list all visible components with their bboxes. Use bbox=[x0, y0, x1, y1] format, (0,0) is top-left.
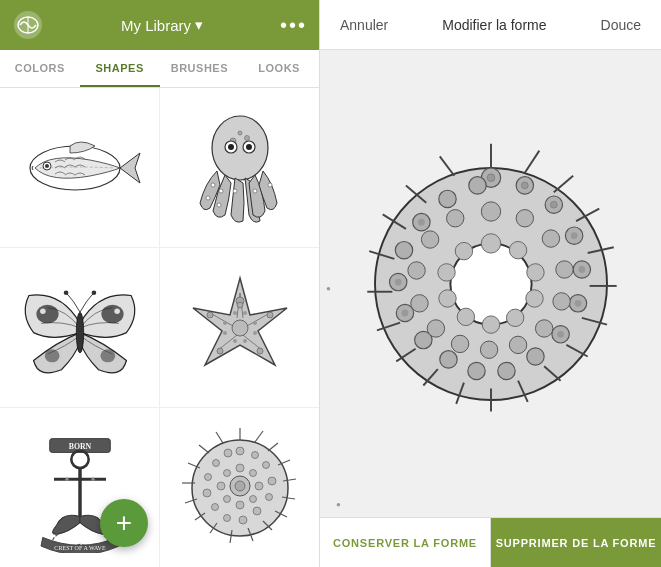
svg-point-51 bbox=[91, 477, 94, 480]
shapes-grid: BORN CREST OF A WAVE bbox=[0, 88, 319, 567]
svg-point-86 bbox=[249, 495, 256, 502]
svg-point-39 bbox=[253, 331, 257, 335]
svg-point-135 bbox=[542, 229, 559, 246]
handle-left[interactable]: ● bbox=[326, 284, 331, 293]
svg-point-26 bbox=[76, 312, 83, 353]
tab-colors[interactable]: COLORS bbox=[0, 50, 80, 87]
svg-point-43 bbox=[223, 321, 227, 325]
svg-point-32 bbox=[267, 312, 273, 318]
svg-point-41 bbox=[233, 339, 237, 343]
svg-point-165 bbox=[394, 278, 401, 285]
keep-shape-label: CONSERVER LA FORME bbox=[333, 537, 477, 549]
svg-point-145 bbox=[421, 230, 438, 247]
right-panel-title: Modifier la forme bbox=[442, 17, 546, 33]
svg-point-80 bbox=[204, 473, 211, 480]
svg-point-92 bbox=[235, 481, 245, 491]
svg-point-24 bbox=[40, 308, 46, 314]
keep-shape-button[interactable]: CONSERVER LA FORME bbox=[320, 518, 491, 567]
svg-text:CREST OF A WAVE: CREST OF A WAVE bbox=[54, 544, 106, 550]
tab-looks[interactable]: LOOKS bbox=[239, 50, 319, 87]
svg-line-55 bbox=[268, 443, 278, 451]
svg-point-122 bbox=[526, 347, 543, 364]
right-panel: Annuler Modifier la forme Douce ● ● bbox=[320, 0, 661, 567]
svg-point-8 bbox=[238, 131, 242, 135]
shape-fish[interactable] bbox=[0, 88, 160, 248]
svg-point-33 bbox=[257, 348, 263, 354]
svg-point-89 bbox=[217, 482, 225, 490]
add-shape-button[interactable]: + bbox=[100, 499, 148, 547]
right-top-bar: Annuler Modifier la forme Douce bbox=[320, 0, 661, 50]
svg-point-150 bbox=[525, 289, 542, 306]
svg-point-50 bbox=[65, 477, 68, 480]
svg-point-12 bbox=[246, 144, 252, 150]
shape-butterfly[interactable] bbox=[0, 248, 160, 408]
add-icon: + bbox=[116, 507, 132, 539]
svg-point-156 bbox=[455, 242, 472, 259]
svg-point-74 bbox=[265, 493, 272, 500]
handle-bottom[interactable]: ● bbox=[336, 500, 341, 509]
svg-point-153 bbox=[457, 308, 474, 325]
svg-point-142 bbox=[427, 319, 444, 336]
svg-point-73 bbox=[268, 477, 276, 485]
svg-line-68 bbox=[199, 445, 209, 453]
svg-line-97 bbox=[553, 175, 572, 191]
svg-line-69 bbox=[216, 432, 223, 443]
cancel-button[interactable]: Annuler bbox=[340, 17, 388, 33]
svg-point-134 bbox=[516, 209, 533, 226]
svg-point-72 bbox=[262, 461, 269, 468]
svg-point-149 bbox=[526, 263, 543, 280]
svg-point-164 bbox=[401, 309, 408, 316]
svg-point-131 bbox=[438, 190, 455, 207]
svg-point-15 bbox=[219, 189, 223, 193]
svg-point-83 bbox=[236, 464, 244, 472]
svg-point-166 bbox=[418, 218, 425, 225]
nav-tabs: COLORS SHAPES BRUSHES LOOKS bbox=[0, 50, 319, 88]
svg-point-138 bbox=[535, 319, 552, 336]
logo bbox=[12, 9, 44, 41]
svg-point-42 bbox=[223, 331, 227, 335]
more-button[interactable]: ••• bbox=[280, 14, 307, 37]
svg-point-34 bbox=[217, 348, 223, 354]
shape-urchin-small[interactable] bbox=[160, 408, 319, 567]
tab-brushes[interactable]: BRUSHES bbox=[160, 50, 240, 87]
svg-point-163 bbox=[557, 330, 564, 337]
svg-line-114 bbox=[439, 156, 454, 175]
shape-octopus[interactable] bbox=[160, 88, 319, 248]
svg-point-90 bbox=[223, 469, 230, 476]
svg-point-77 bbox=[223, 514, 230, 521]
svg-point-7 bbox=[244, 135, 249, 140]
svg-point-40 bbox=[243, 339, 247, 343]
svg-point-18 bbox=[253, 189, 257, 193]
svg-line-96 bbox=[524, 150, 539, 172]
svg-point-81 bbox=[212, 459, 219, 466]
svg-point-146 bbox=[446, 209, 463, 226]
svg-point-139 bbox=[509, 336, 526, 353]
svg-point-36 bbox=[243, 311, 247, 315]
svg-point-129 bbox=[395, 241, 412, 258]
svg-point-84 bbox=[249, 469, 256, 476]
left-panel: My Library ▾ ••• COLORS SHAPES BRUSHES L… bbox=[0, 0, 320, 567]
svg-point-5 bbox=[212, 116, 268, 180]
svg-point-19 bbox=[268, 183, 272, 187]
svg-point-27 bbox=[63, 290, 68, 295]
svg-point-143 bbox=[410, 294, 427, 311]
library-title[interactable]: My Library ▾ bbox=[121, 16, 203, 34]
svg-point-158 bbox=[521, 182, 528, 189]
mode-label[interactable]: Douce bbox=[601, 17, 641, 33]
svg-point-160 bbox=[570, 232, 577, 239]
svg-point-46 bbox=[71, 450, 88, 467]
svg-point-140 bbox=[480, 341, 497, 358]
svg-point-159 bbox=[550, 201, 557, 208]
svg-point-38 bbox=[253, 321, 257, 325]
svg-point-29 bbox=[232, 320, 248, 336]
svg-point-82 bbox=[224, 449, 232, 457]
svg-point-124 bbox=[467, 362, 484, 379]
shape-starfish[interactable] bbox=[160, 248, 319, 408]
svg-point-154 bbox=[438, 289, 455, 306]
svg-point-133 bbox=[481, 201, 500, 220]
svg-point-70 bbox=[236, 447, 244, 455]
tab-shapes[interactable]: SHAPES bbox=[80, 50, 160, 87]
delete-shape-button[interactable]: SUPPRIMER DE LA FORME bbox=[491, 518, 661, 567]
svg-point-17 bbox=[233, 189, 237, 193]
chevron-down-icon: ▾ bbox=[195, 16, 203, 34]
